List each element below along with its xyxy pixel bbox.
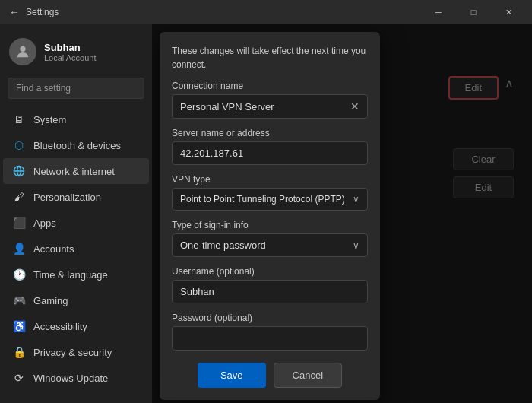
- sign-in-label: Type of sign-in info: [172, 220, 368, 230]
- sidebar-item-gaming[interactable]: 🎮 Gaming: [3, 287, 149, 313]
- password-field: Password (optional): [172, 313, 368, 351]
- personalization-icon: 🖌: [12, 190, 26, 204]
- vpn-type-chevron-icon: ∨: [353, 194, 359, 205]
- sidebar-label-time: Time & language: [33, 269, 108, 281]
- sidebar-label-gaming: Gaming: [33, 295, 68, 306]
- sidebar-label-update: Windows Update: [33, 373, 108, 384]
- connection-name-field: Connection name Personal VPN Server ✕: [172, 81, 368, 119]
- accounts-icon: 👤: [12, 242, 26, 255]
- sidebar-label-system: System: [33, 114, 66, 125]
- maximize-button[interactable]: □: [456, 0, 491, 24]
- user-info: Subhan Local Account: [44, 42, 97, 62]
- sidebar-label-personalization: Personalization: [33, 192, 101, 203]
- sign-in-value: One-time password: [180, 240, 266, 251]
- connection-name-label: Connection name: [172, 81, 368, 91]
- sidebar-item-time[interactable]: 🕐 Time & language: [3, 262, 149, 287]
- search-box[interactable]: Find a setting: [8, 78, 144, 99]
- connection-name-input[interactable]: Personal VPN Server ✕: [172, 94, 368, 119]
- dialog-notice: These changes will take effect the next …: [172, 44, 368, 71]
- minimize-button[interactable]: ─: [421, 0, 456, 24]
- vpn-type-label: VPN type: [172, 174, 368, 185]
- sidebar-label-bluetooth: Bluetooth & devices: [33, 140, 121, 151]
- avatar: [9, 38, 36, 65]
- username-field: Username (optional) Subhan: [172, 266, 368, 303]
- user-section: Subhan Local Account: [0, 30, 152, 78]
- apps-icon: ⬛: [12, 216, 26, 230]
- title-bar-left: ← Settings: [9, 6, 59, 18]
- title-bar-controls: ─ □ ✕: [421, 0, 526, 24]
- connection-name-clear-icon[interactable]: ✕: [350, 100, 359, 113]
- sidebar-item-network[interactable]: Network & internet: [3, 158, 149, 184]
- save-button[interactable]: Save: [198, 363, 266, 388]
- sign-in-chevron-icon: ∨: [353, 240, 359, 251]
- server-name-field: Server name or address 42.201.187.61: [172, 128, 368, 165]
- edit-vpn-dialog: These changes will take effect the next …: [160, 32, 380, 400]
- server-name-label: Server name or address: [172, 128, 368, 138]
- update-icon: ⟳: [12, 371, 26, 385]
- vpn-type-field: VPN type Point to Point Tunneling Protoc…: [172, 174, 368, 211]
- sidebar: Subhan Local Account Find a setting 🖥 Sy…: [0, 24, 152, 403]
- server-name-input[interactable]: 42.201.187.61: [172, 141, 368, 165]
- username-value: Subhan: [180, 286, 214, 297]
- user-name: Subhan: [44, 42, 97, 53]
- privacy-icon: 🔒: [12, 345, 26, 359]
- dialog-buttons: Save Cancel: [172, 363, 368, 388]
- sidebar-item-bluetooth[interactable]: ⬡ Bluetooth & devices: [3, 132, 149, 158]
- sidebar-label-network: Network & internet: [33, 166, 115, 177]
- sidebar-item-accessibility[interactable]: ♿ Accessibility: [3, 313, 149, 339]
- vpn-type-select[interactable]: Point to Point Tunneling Protocol (PPTP)…: [172, 188, 368, 211]
- title-bar: ← Settings ─ □ ✕: [0, 0, 532, 24]
- content-area: N Server Edit ∧ Server ord Clear Edit Th…: [152, 24, 532, 403]
- system-icon: 🖥: [12, 113, 26, 126]
- vpn-type-value: Point to Point Tunneling Protocol (PPTP): [180, 194, 345, 205]
- cancel-button[interactable]: Cancel: [274, 363, 342, 388]
- username-input[interactable]: Subhan: [172, 280, 368, 303]
- sign-in-select[interactable]: One-time password ∨: [172, 233, 368, 257]
- bluetooth-icon: ⬡: [12, 138, 26, 152]
- title-bar-title: Settings: [26, 7, 59, 17]
- sidebar-label-accounts: Accounts: [33, 243, 74, 255]
- svg-point-0: [20, 46, 25, 52]
- main-layout: Subhan Local Account Find a setting 🖥 Sy…: [0, 24, 532, 403]
- sign-in-field: Type of sign-in info One-time password ∨: [172, 220, 368, 257]
- gaming-icon: 🎮: [12, 294, 26, 307]
- time-icon: 🕐: [12, 268, 26, 281]
- dialog-overlay: These changes will take effect the next …: [152, 24, 532, 403]
- sidebar-label-apps: Apps: [33, 217, 56, 229]
- accessibility-icon: ♿: [12, 319, 26, 333]
- server-name-value: 42.201.187.61: [180, 148, 243, 159]
- connection-name-value: Personal VPN Server: [180, 101, 274, 113]
- close-button[interactable]: ✕: [491, 0, 526, 24]
- sidebar-item-system[interactable]: 🖥 System: [3, 106, 149, 132]
- sidebar-item-apps[interactable]: ⬛ Apps: [3, 210, 149, 236]
- sidebar-label-accessibility: Accessibility: [33, 321, 87, 332]
- back-icon[interactable]: ←: [9, 6, 20, 18]
- user-type: Local Account: [44, 53, 97, 62]
- sidebar-label-privacy: Privacy & security: [33, 347, 112, 358]
- password-input[interactable]: [172, 326, 368, 351]
- sidebar-item-privacy[interactable]: 🔒 Privacy & security: [3, 339, 149, 365]
- password-label: Password (optional): [172, 313, 368, 323]
- sidebar-item-accounts[interactable]: 👤 Accounts: [3, 236, 149, 262]
- network-icon: [12, 164, 26, 178]
- username-label: Username (optional): [172, 266, 368, 277]
- sidebar-item-update[interactable]: ⟳ Windows Update: [3, 365, 149, 391]
- sidebar-item-personalization[interactable]: 🖌 Personalization: [3, 184, 149, 210]
